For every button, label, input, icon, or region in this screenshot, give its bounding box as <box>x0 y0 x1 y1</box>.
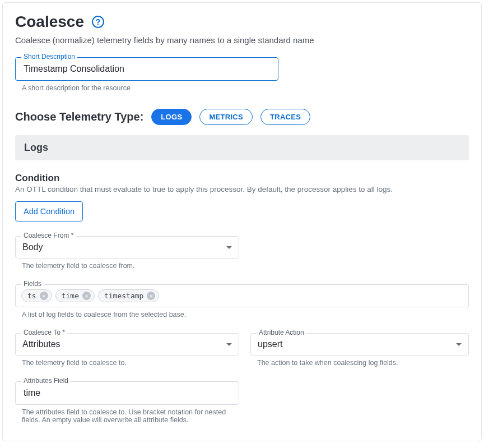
chevron-down-icon <box>456 343 462 346</box>
coalesce-from-select[interactable]: Coalesce From * Body <box>15 236 239 258</box>
short-description-legend: Short Description <box>21 53 77 61</box>
chip-timestamp: timestamp ✕ <box>98 289 159 302</box>
fields-input[interactable]: Fields ts ✕ time ✕ timestamp ✕ <box>15 284 469 307</box>
fields-help: A list of log fields to coalesce from th… <box>22 311 469 318</box>
chip-time: time ✕ <box>55 289 95 302</box>
chip-label: time <box>62 292 79 300</box>
condition-desc: An OTTL condition that must evaluate to … <box>15 185 469 193</box>
coalesce-to-col: Coalesce To * Attributes The telemetry f… <box>15 333 239 367</box>
fields-chips: ts ✕ time ✕ timestamp ✕ <box>21 289 463 302</box>
chip-label: ts <box>27 292 36 300</box>
pill-metrics[interactable]: METRICS <box>199 109 253 125</box>
pill-logs[interactable]: LOGS <box>151 109 192 125</box>
to-action-row: Coalesce To * Attributes The telemetry f… <box>15 333 469 367</box>
attributes-field-help: The attributes field to coalesce to. Use… <box>22 408 235 424</box>
condition-section: Condition An OTTL condition that must ev… <box>15 173 469 221</box>
processor-config-card: Coalesce ? Coalesce (normalize) telemetr… <box>2 2 482 441</box>
coalesce-to-help: The telemetry field to coalesce to. <box>22 359 239 367</box>
chip-ts: ts ✕ <box>21 289 52 302</box>
fields-legend: Fields <box>21 280 44 288</box>
coalesce-to-select[interactable]: Coalesce To * Attributes <box>15 333 239 355</box>
pill-traces[interactable]: TRACES <box>260 109 310 125</box>
chip-remove-icon[interactable]: ✕ <box>147 292 155 300</box>
title-row: Coalesce ? <box>15 13 469 31</box>
attribute-action-col: Attribute Action upsert The action to ta… <box>250 333 469 367</box>
short-description-input[interactable] <box>22 63 271 75</box>
chip-remove-icon[interactable]: ✕ <box>82 292 91 300</box>
coalesce-from-value: Body <box>22 242 43 252</box>
chip-remove-icon[interactable]: ✕ <box>40 292 48 300</box>
telemetry-type-row: Choose Telemetry Type: LOGS METRICS TRAC… <box>15 109 469 125</box>
coalesce-to-legend: Coalesce To * <box>21 329 67 336</box>
condition-heading: Condition <box>15 173 469 184</box>
coalesce-from-legend: Coalesce From * <box>21 232 76 239</box>
chevron-down-icon <box>226 246 232 249</box>
fields-block: Fields ts ✕ time ✕ timestamp ✕ A list of… <box>15 284 469 318</box>
short-description-help: A short description for the resource <box>22 84 278 92</box>
attribute-action-value: upsert <box>258 339 282 349</box>
attribute-action-legend: Attribute Action <box>257 329 306 336</box>
chip-label: timestamp <box>104 292 143 300</box>
chevron-down-icon <box>226 343 232 346</box>
coalesce-to-value: Attributes <box>22 339 61 349</box>
add-condition-button[interactable]: Add Condition <box>15 201 83 221</box>
short-description-field[interactable]: Short Description <box>15 57 278 81</box>
coalesce-from-block: Coalesce From * Body The telemetry field… <box>15 236 239 270</box>
page-subtitle: Coalesce (normalize) telemetry fields by… <box>15 35 469 45</box>
attributes-field-input[interactable] <box>22 387 232 399</box>
attributes-field-legend: Attributes Field <box>21 377 71 385</box>
page-title: Coalesce <box>15 13 84 31</box>
attribute-action-help: The action to take when coalescing log f… <box>257 359 469 367</box>
help-icon[interactable]: ? <box>92 16 104 28</box>
attribute-action-select[interactable]: Attribute Action upsert <box>250 333 469 355</box>
coalesce-from-help: The telemetry field to coalesce from. <box>22 262 239 270</box>
section-header-logs: Logs <box>15 135 469 160</box>
attributes-field-block: Attributes Field The attributes field to… <box>15 381 239 424</box>
attributes-field-input-wrap[interactable]: Attributes Field <box>15 381 239 405</box>
telemetry-type-label: Choose Telemetry Type: <box>15 110 143 123</box>
